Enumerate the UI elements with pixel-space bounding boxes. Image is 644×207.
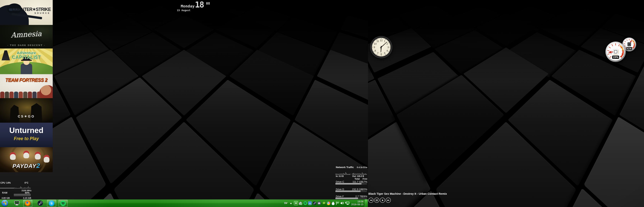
ram-usage-bar	[14, 194, 31, 196]
firefox-taskbar-button[interactable]	[23, 200, 32, 207]
svg-text:1: 1	[384, 40, 385, 42]
ram-chip-icon	[628, 42, 631, 46]
ram-label: RAM	[2, 192, 7, 194]
svg-text:3: 3	[387, 46, 389, 49]
svg-text:2: 2	[386, 42, 388, 45]
mem-left-value: 4.80 GB	[2, 197, 10, 199]
banner-art: COUNTER✶STRIKE SOURCE	[0, 0, 53, 25]
tray-browser[interactable]	[326, 200, 330, 206]
steam-tray-icon	[312, 201, 316, 205]
game-banner-csgo[interactable]: CS✶GO	[0, 98, 53, 123]
svg-text:9: 9	[374, 46, 375, 49]
tray-volume[interactable]	[340, 200, 344, 206]
svg-text:10: 10	[374, 42, 376, 45]
date-text: 15 August	[177, 9, 190, 12]
tray-network[interactable]	[345, 200, 350, 206]
capitalist-art	[21, 64, 32, 74]
browser-icon	[326, 201, 330, 205]
tray-teamviewer[interactable]	[308, 200, 312, 206]
cpu-label: CPU	[0, 182, 5, 184]
resource-monitor-icon	[14, 200, 20, 206]
spotify-taskbar-button[interactable]	[58, 200, 68, 207]
drive-total: 232.9 GB	[349, 188, 363, 191]
browser-hub	[328, 202, 329, 204]
tray-action-center[interactable]	[336, 200, 340, 206]
taskbar-clock[interactable]: 18:08 2016-08-15	[350, 200, 364, 206]
tray-steam[interactable]	[312, 200, 317, 206]
clown-mask-art	[24, 151, 29, 158]
drive-name: Drive C	[336, 180, 344, 183]
banner-art: TEAM FORTRESS 2	[0, 74, 53, 98]
game-banner-payday-2[interactable]: PAYDAY2	[0, 147, 53, 172]
uptime-value: 0 d 1h 57m	[357, 166, 367, 168]
discord-icon	[317, 201, 321, 205]
raindrop-icon	[332, 202, 335, 205]
svg-text:6: 6	[380, 53, 382, 56]
game-title: COUNTER✶STRIKE	[12, 7, 51, 12]
play-button[interactable]	[380, 198, 385, 203]
soldier-art	[6, 103, 24, 123]
game-banner-amnesia[interactable]: Amnesia - THE DARK DESCENT -	[0, 25, 53, 48]
network-in-label: In: 0.0 B	[336, 175, 344, 177]
drive-usage-bar	[336, 183, 367, 184]
previous-icon	[371, 200, 372, 201]
hamachi-house-icon	[298, 201, 302, 205]
steam-icon	[38, 200, 43, 206]
cpu-chip-icon	[613, 49, 619, 55]
column-total-header: Total	[354, 178, 360, 180]
tray-spotify[interactable]	[303, 200, 308, 206]
taskbar: S SV H	[0, 199, 368, 207]
svg-text:8: 8	[374, 49, 376, 52]
game-banner-counter-strike-source[interactable]: COUNTER✶STRIKE SOURCE	[0, 0, 53, 25]
analog-clock-widget: 121234567891011	[370, 36, 393, 59]
game-subtitle: - THE DARK DESCENT -	[0, 44, 53, 46]
pause-button[interactable]	[374, 198, 379, 203]
steam-taskbar-button[interactable]	[36, 200, 44, 206]
desktop: COUNTER✶STRIKE SOURCE Amnesia - THE DARK…	[0, 0, 644, 207]
game-banner-unturned[interactable]: Unturned Free to Play	[0, 123, 53, 147]
language-code-text: SV	[284, 202, 288, 204]
game-banner-team-fortress-2[interactable]: TEAM FORTRESS 2	[0, 74, 53, 98]
cpu-temp-value: 0°C	[24, 182, 28, 184]
tray-discord[interactable]	[317, 200, 321, 206]
banner-art: CS✶GO	[0, 98, 53, 123]
network-in-graph	[336, 170, 350, 175]
clown-mask-art	[10, 152, 16, 160]
show-hidden-icons-button[interactable]	[289, 200, 293, 206]
payday-2-text: 2	[36, 162, 40, 169]
teamviewer-icon	[308, 201, 312, 205]
tray-hamachi[interactable]	[298, 200, 303, 206]
time-minute-text: 08	[206, 2, 210, 5]
wallpaper-left-monitor	[0, 0, 368, 207]
game-subtitle: Free to Play	[0, 136, 53, 141]
cpu-gauge-widget: 15%	[605, 41, 626, 62]
tray-hwinfo[interactable]: H	[294, 200, 298, 206]
network-status-icon	[345, 201, 350, 205]
skype-taskbar-button[interactable]: S	[47, 200, 56, 207]
game-launcher-stack: COUNTER✶STRIKE SOURCE Amnesia - THE DARK…	[0, 0, 53, 172]
game-title: PAYDAY2	[0, 162, 53, 170]
taskbar-date-text: 2016-08-15	[351, 203, 364, 206]
tray-chat[interactable]	[322, 200, 326, 206]
svg-text:7: 7	[377, 52, 378, 55]
up-arrow-icon	[290, 202, 292, 204]
show-desktop-button[interactable]	[364, 199, 368, 207]
language-indicator[interactable]: SV	[283, 200, 288, 206]
cpu-gauge-value: 15%	[613, 56, 618, 59]
spotify-icon	[60, 200, 66, 206]
game-title: Amnesia	[4, 29, 48, 40]
game-title: CS✶GO	[0, 114, 53, 118]
spotify-tray-icon	[304, 201, 307, 205]
tray-rainmeter[interactable]	[331, 200, 335, 206]
next-track-button[interactable]	[386, 198, 391, 203]
wallpaper-right-monitor	[368, 0, 644, 207]
drive-name: Drive D	[336, 188, 344, 191]
previous-track-button[interactable]	[368, 198, 374, 203]
resource-monitor-button[interactable]	[13, 200, 21, 206]
game-banner-adventure-capitalist[interactable]: AdVenture CAPITALI$T	[0, 48, 53, 74]
banner-art: AdVenture CAPITALI$T	[0, 48, 53, 74]
start-button[interactable]	[1, 200, 8, 206]
datetime-widget: Monday 15 August 18 08	[174, 0, 216, 14]
speaker-icon	[340, 202, 344, 205]
clown-mask-art	[44, 155, 50, 162]
